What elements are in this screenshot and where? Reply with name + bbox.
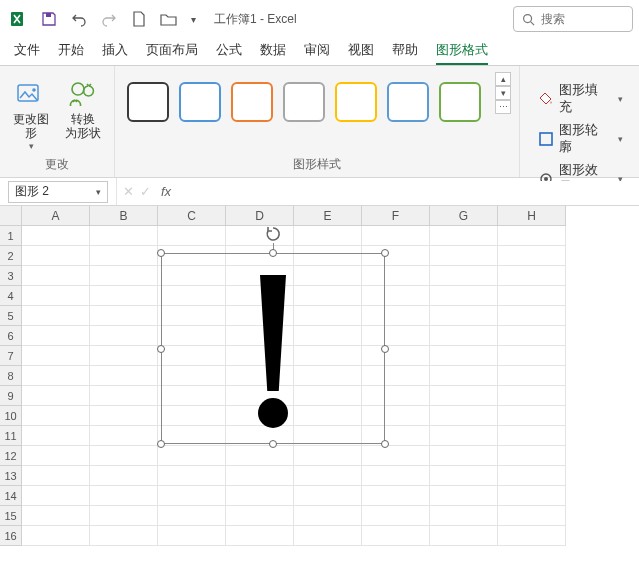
cell-G1[interactable] <box>430 226 498 246</box>
row-header-16[interactable]: 16 <box>0 526 22 546</box>
redo-button[interactable] <box>96 6 122 32</box>
column-header-A[interactable]: A <box>22 206 90 226</box>
cell-D16[interactable] <box>226 526 294 546</box>
tab-审阅[interactable]: 审阅 <box>304 41 330 65</box>
resize-handle-e[interactable] <box>381 345 389 353</box>
cell-H3[interactable] <box>498 266 566 286</box>
row-header-10[interactable]: 10 <box>0 406 22 426</box>
cell-H11[interactable] <box>498 426 566 446</box>
cell-C14[interactable] <box>158 486 226 506</box>
cell-G16[interactable] <box>430 526 498 546</box>
open-file-button[interactable] <box>156 6 182 32</box>
cell-H1[interactable] <box>498 226 566 246</box>
cell-G13[interactable] <box>430 466 498 486</box>
cell-C1[interactable] <box>158 226 226 246</box>
cell-C15[interactable] <box>158 506 226 526</box>
resize-handle-n[interactable] <box>269 249 277 257</box>
row-header-8[interactable]: 8 <box>0 366 22 386</box>
cell-D15[interactable] <box>226 506 294 526</box>
cell-G9[interactable] <box>430 386 498 406</box>
cell-B16[interactable] <box>90 526 158 546</box>
row-header-9[interactable]: 9 <box>0 386 22 406</box>
row-header-3[interactable]: 3 <box>0 266 22 286</box>
row-header-14[interactable]: 14 <box>0 486 22 506</box>
search-input[interactable] <box>541 12 611 26</box>
column-header-E[interactable]: E <box>294 206 362 226</box>
resize-handle-se[interactable] <box>381 440 389 448</box>
tab-帮助[interactable]: 帮助 <box>392 41 418 65</box>
row-header-11[interactable]: 11 <box>0 426 22 446</box>
cell-A4[interactable] <box>22 286 90 306</box>
tab-插入[interactable]: 插入 <box>102 41 128 65</box>
cell-B8[interactable] <box>90 366 158 386</box>
cell-B13[interactable] <box>90 466 158 486</box>
cell-G15[interactable] <box>430 506 498 526</box>
cell-B6[interactable] <box>90 326 158 346</box>
cell-F12[interactable] <box>362 446 430 466</box>
resize-handle-w[interactable] <box>157 345 165 353</box>
style-swatch-0[interactable] <box>127 82 169 122</box>
graphic-outline-button[interactable]: 图形轮廓▾ <box>538 122 623 156</box>
row-header-5[interactable]: 5 <box>0 306 22 326</box>
selected-shape[interactable] <box>161 253 385 444</box>
tab-数据[interactable]: 数据 <box>260 41 286 65</box>
cell-C16[interactable] <box>158 526 226 546</box>
cell-A12[interactable] <box>22 446 90 466</box>
cell-A2[interactable] <box>22 246 90 266</box>
convert-to-shape-button[interactable]: 转换 为形状 <box>61 72 105 140</box>
gallery-next-button[interactable]: ▾ <box>495 86 511 100</box>
cell-A5[interactable] <box>22 306 90 326</box>
cell-C12[interactable] <box>158 446 226 466</box>
cell-H15[interactable] <box>498 506 566 526</box>
cell-G7[interactable] <box>430 346 498 366</box>
cell-A7[interactable] <box>22 346 90 366</box>
search-box[interactable] <box>513 6 633 32</box>
cell-A14[interactable] <box>22 486 90 506</box>
save-button[interactable] <box>36 6 62 32</box>
cell-B5[interactable] <box>90 306 158 326</box>
cell-A1[interactable] <box>22 226 90 246</box>
cell-B4[interactable] <box>90 286 158 306</box>
style-swatch-2[interactable] <box>231 82 273 122</box>
rotate-handle[interactable] <box>264 225 282 243</box>
cell-D12[interactable] <box>226 446 294 466</box>
column-header-C[interactable]: C <box>158 206 226 226</box>
style-swatch-5[interactable] <box>387 82 429 122</box>
cell-G4[interactable] <box>430 286 498 306</box>
graphic-style-gallery[interactable] <box>123 72 485 122</box>
column-header-B[interactable]: B <box>90 206 158 226</box>
cell-B7[interactable] <box>90 346 158 366</box>
resize-handle-ne[interactable] <box>381 249 389 257</box>
row-header-7[interactable]: 7 <box>0 346 22 366</box>
cell-G11[interactable] <box>430 426 498 446</box>
cell-D14[interactable] <box>226 486 294 506</box>
cancel-formula-button[interactable]: ✕ <box>123 184 134 199</box>
cell-E16[interactable] <box>294 526 362 546</box>
cell-H9[interactable] <box>498 386 566 406</box>
cell-H14[interactable] <box>498 486 566 506</box>
cell-H16[interactable] <box>498 526 566 546</box>
cell-G10[interactable] <box>430 406 498 426</box>
cell-G3[interactable] <box>430 266 498 286</box>
cell-A13[interactable] <box>22 466 90 486</box>
cell-A11[interactable] <box>22 426 90 446</box>
row-header-6[interactable]: 6 <box>0 326 22 346</box>
cell-H2[interactable] <box>498 246 566 266</box>
cell-B9[interactable] <box>90 386 158 406</box>
style-swatch-1[interactable] <box>179 82 221 122</box>
cell-E1[interactable] <box>294 226 362 246</box>
undo-button[interactable] <box>66 6 92 32</box>
column-header-F[interactable]: F <box>362 206 430 226</box>
cell-F13[interactable] <box>362 466 430 486</box>
style-swatch-4[interactable] <box>335 82 377 122</box>
cell-C13[interactable] <box>158 466 226 486</box>
cell-G6[interactable] <box>430 326 498 346</box>
cell-B1[interactable] <box>90 226 158 246</box>
row-header-15[interactable]: 15 <box>0 506 22 526</box>
select-all-corner[interactable] <box>0 206 22 226</box>
resize-handle-s[interactable] <box>269 440 277 448</box>
name-box[interactable]: 图形 2 ▾ <box>8 181 108 203</box>
cell-G8[interactable] <box>430 366 498 386</box>
cell-A9[interactable] <box>22 386 90 406</box>
cell-H12[interactable] <box>498 446 566 466</box>
